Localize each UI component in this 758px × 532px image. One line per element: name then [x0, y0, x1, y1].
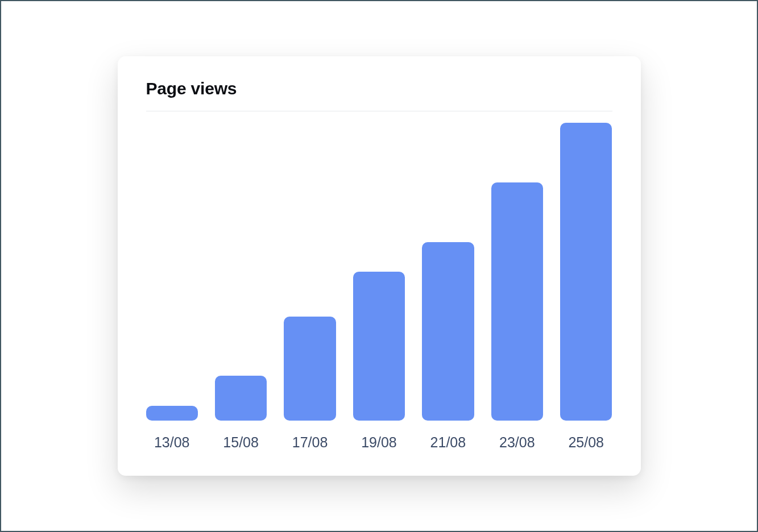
- x-axis-label: 17/08: [284, 434, 335, 451]
- x-axis-labels: 13/0815/0817/0819/0821/0823/0825/08: [146, 434, 612, 451]
- bar-slot: [422, 123, 474, 421]
- bar: [146, 406, 198, 421]
- bar: [560, 123, 612, 421]
- bar-slot: [284, 123, 335, 421]
- x-axis-label: 13/08: [146, 434, 198, 451]
- x-axis-label: 19/08: [353, 434, 405, 451]
- bar-column: [215, 123, 267, 421]
- chart-plot-area: [146, 123, 612, 421]
- x-axis-label: 21/08: [422, 434, 474, 451]
- bar-column: [284, 123, 335, 421]
- bar-column: [353, 123, 405, 421]
- bar: [353, 272, 405, 421]
- chart-card: Page views 13/0815/0817/0819/0821/0823/0…: [118, 56, 641, 476]
- bar-slot: [215, 123, 267, 421]
- bar-slot: [146, 123, 198, 421]
- bar-column: [146, 123, 198, 421]
- x-axis-label: 25/08: [560, 434, 612, 451]
- bar-column: [422, 123, 474, 421]
- bar: [422, 242, 474, 421]
- bar: [491, 182, 543, 421]
- bar-slot: [560, 123, 612, 421]
- x-axis-label: 23/08: [491, 434, 543, 451]
- bar: [215, 376, 267, 421]
- x-axis-label: 15/08: [215, 434, 267, 451]
- divider: [146, 111, 612, 111]
- bar-slot: [353, 123, 405, 421]
- bar-column: [560, 123, 612, 421]
- bar-slot: [491, 123, 543, 421]
- chart-title: Page views: [146, 79, 612, 98]
- bar-column: [491, 123, 543, 421]
- bar: [284, 317, 335, 421]
